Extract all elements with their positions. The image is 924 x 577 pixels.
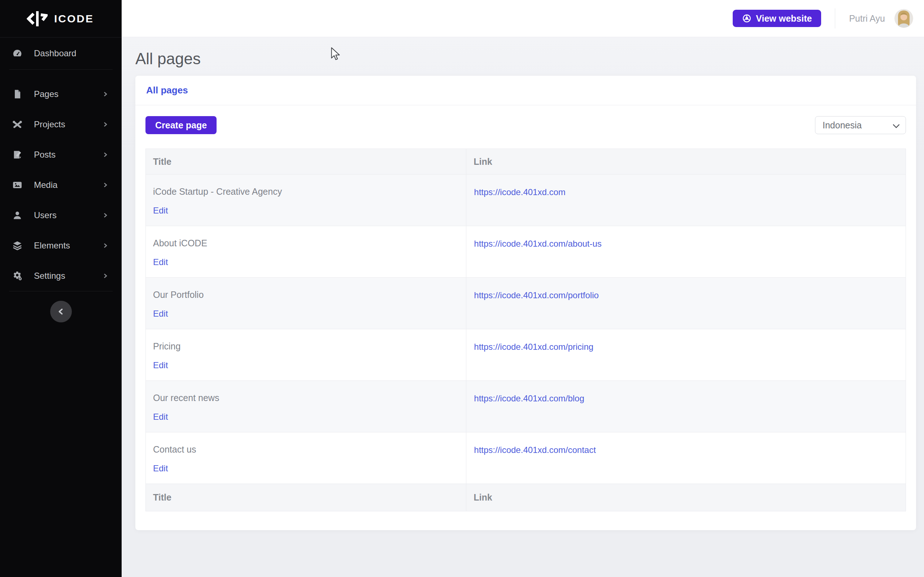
- all-pages-breadcrumb-link[interactable]: All pages: [146, 85, 188, 95]
- column-footer-link: Link: [466, 484, 906, 511]
- chevron-right-icon: [101, 272, 109, 279]
- sidebar-item-label: Settings: [34, 271, 101, 281]
- logo-text: ICODE: [54, 13, 94, 25]
- sidebar-item-projects[interactable]: Projects: [0, 109, 122, 140]
- view-website-button[interactable]: View website: [733, 10, 821, 27]
- edit-link[interactable]: Edit: [153, 463, 168, 474]
- user-name: Putri Ayu: [849, 13, 885, 24]
- sidebar-menu-group: Pages Projects: [0, 79, 122, 291]
- language-select-wrapper: Indonesia: [815, 116, 906, 134]
- page-url-link[interactable]: https://icode.401xd.com/contact: [474, 445, 596, 455]
- language-select[interactable]: Indonesia: [815, 116, 906, 134]
- page-row-title: Contact us: [153, 444, 459, 455]
- sidebar-item-label: Media: [34, 180, 101, 190]
- table-row: Contact us Edit https://icode.401xd.com/…: [146, 432, 906, 484]
- chevron-right-icon: [101, 212, 109, 219]
- content: All pages All pages Create page Indonesi…: [122, 37, 924, 577]
- edit-link[interactable]: Edit: [153, 309, 168, 319]
- topbar: View website Putri Ayu: [122, 0, 924, 37]
- sidebar-item-media[interactable]: Media: [0, 170, 122, 200]
- main-area: View website Putri Ayu: [122, 0, 924, 577]
- column-header-title: Title: [146, 149, 466, 174]
- page-title: All pages: [135, 50, 916, 68]
- sidebar-item-label: Projects: [34, 119, 101, 129]
- user-menu[interactable]: Putri Ayu: [849, 9, 913, 28]
- sidebar-nav: Dashboard Pages: [0, 37, 122, 322]
- posts-icon: [11, 150, 23, 160]
- chevron-right-icon: [101, 91, 109, 97]
- sidebar-divider: [9, 291, 113, 292]
- sidebar-item-elements[interactable]: Elements: [0, 230, 122, 261]
- media-icon: [11, 180, 23, 190]
- table-row: iCode Startup - Creative Agency Edit htt…: [146, 174, 906, 226]
- page-url-link[interactable]: https://icode.401xd.com/pricing: [474, 342, 593, 351]
- sidebar-collapse-area: [0, 301, 122, 322]
- view-website-label: View website: [756, 13, 812, 24]
- page-url-link[interactable]: https://icode.401xd.com/portfolio: [474, 290, 599, 300]
- edit-link[interactable]: Edit: [153, 412, 168, 422]
- page-url-link[interactable]: https://icode.401xd.com: [474, 187, 565, 197]
- settings-icon: [11, 271, 23, 281]
- pages-table: Title Link iCode Startup - Creative Agen…: [145, 148, 906, 511]
- avatar: [894, 9, 913, 28]
- page-url-link[interactable]: https://icode.401xd.com/blog: [474, 393, 584, 403]
- sidebar-item-label: Users: [34, 210, 101, 220]
- users-icon: [11, 210, 23, 220]
- elements-icon: [11, 240, 23, 251]
- page-url-link[interactable]: https://icode.401xd.com/about-us: [474, 239, 602, 248]
- app-root: ICODE Dashboard: [0, 0, 924, 577]
- page-row-title: Our recent news: [153, 393, 459, 403]
- chevron-right-icon: [101, 182, 109, 188]
- all-pages-card: All pages Create page Indonesia Titl: [135, 76, 916, 530]
- table-row: About iCODE Edit https://icode.401xd.com…: [146, 226, 906, 278]
- table-row: Our recent news Edit https://icode.401xd…: [146, 381, 906, 432]
- page-row-title: About iCODE: [153, 238, 459, 248]
- sidebar-item-posts[interactable]: Posts: [0, 140, 122, 170]
- card-header: All pages: [135, 76, 916, 105]
- sidebar-item-label: Posts: [34, 150, 101, 160]
- sidebar-item-label: Dashboard: [34, 48, 109, 58]
- sidebar-item-label: Pages: [34, 89, 101, 99]
- page-row-title: Our Portfolio: [153, 290, 459, 300]
- sidebar-item-dashboard[interactable]: Dashboard: [0, 37, 122, 69]
- column-footer-title: Title: [146, 484, 466, 511]
- edit-link[interactable]: Edit: [153, 360, 168, 371]
- sidebar-item-label: Elements: [34, 240, 101, 251]
- sidebar-item-settings[interactable]: Settings: [0, 261, 122, 291]
- chevron-right-icon: [101, 242, 109, 249]
- toolbar: Create page Indonesia: [145, 116, 906, 134]
- icode-logo-icon: [27, 10, 48, 27]
- chevron-right-icon: [101, 121, 109, 128]
- page-row-title: Pricing: [153, 341, 459, 351]
- create-page-button[interactable]: Create page: [145, 116, 216, 134]
- table-row: Pricing Edit https://icode.401xd.com/pri…: [146, 329, 906, 381]
- projects-icon: [11, 119, 23, 130]
- dashboard-icon: [11, 48, 23, 59]
- chevron-right-icon: [101, 152, 109, 158]
- sidebar-item-users[interactable]: Users: [0, 200, 122, 230]
- globe-icon: [742, 14, 751, 23]
- card-body: Create page Indonesia Title Link: [135, 105, 916, 530]
- sidebar: ICODE Dashboard: [0, 0, 122, 577]
- table-footer-row: Title Link: [146, 484, 906, 511]
- pages-icon: [11, 89, 23, 99]
- sidebar-divider: [9, 69, 113, 69]
- sidebar-item-pages[interactable]: Pages: [0, 79, 122, 109]
- page-row-title: iCode Startup - Creative Agency: [153, 187, 459, 197]
- edit-link[interactable]: Edit: [153, 206, 168, 216]
- edit-link[interactable]: Edit: [153, 257, 168, 267]
- table-row: Our Portfolio Edit https://icode.401xd.c…: [146, 278, 906, 329]
- chevron-left-icon: [57, 308, 65, 316]
- column-header-link: Link: [466, 149, 906, 174]
- table-header-row: Title Link: [146, 149, 906, 174]
- sidebar-collapse-button[interactable]: [50, 301, 72, 322]
- logo[interactable]: ICODE: [0, 0, 122, 37]
